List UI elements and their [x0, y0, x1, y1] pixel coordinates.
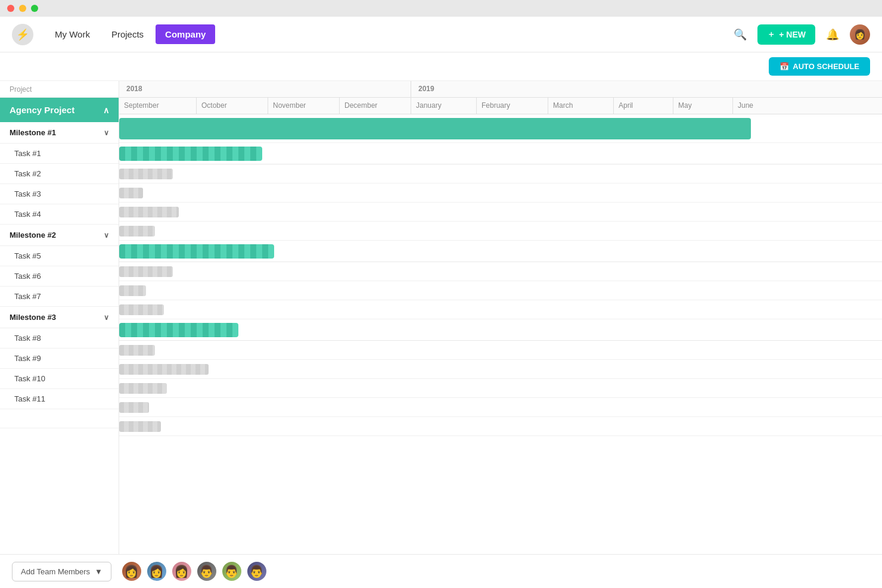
month-may: May: [673, 98, 733, 114]
task-6-gantt-row: [119, 281, 882, 300]
task-10-row[interactable]: Task #10: [0, 369, 119, 389]
top-nav: ⚡ My Work Projects Company 🔍 ＋ + NEW 🔔 👩: [0, 17, 882, 52]
task-2-bar[interactable]: [119, 188, 143, 198]
task-9-bar[interactable]: [119, 364, 209, 375]
milestone-1-bar[interactable]: [119, 147, 262, 161]
project-chevron-icon: ∧: [103, 105, 109, 115]
month-mar: March: [548, 98, 614, 114]
milestone-1-gantt-row: [119, 143, 882, 164]
app-logo: ⚡: [12, 24, 33, 45]
year-2019: 2019: [411, 81, 882, 97]
task-8-row[interactable]: Task #8: [0, 328, 119, 349]
milestone-3-bar[interactable]: [119, 323, 238, 337]
window-chrome: [0, 0, 882, 17]
year-2018: 2018: [119, 81, 411, 97]
team-member-2-avatar[interactable]: 👩: [146, 561, 167, 582]
add-team-button[interactable]: Add Team Members ▼: [12, 562, 111, 581]
task-7-gantt-row: [119, 300, 882, 319]
auto-schedule-button[interactable]: 📅 AUTO SCHEDULE: [769, 57, 870, 76]
task-1-gantt-row: [119, 164, 882, 183]
notifications-button[interactable]: 🔔: [822, 24, 843, 45]
nav-company[interactable]: Company: [156, 24, 215, 44]
month-apr: April: [614, 98, 673, 114]
nav-links: My Work Projects Company: [45, 24, 730, 44]
milestone-3-label: Milestone #3: [10, 313, 56, 322]
task-3-bar[interactable]: [119, 207, 179, 217]
milestone-3-chevron-icon: ∨: [104, 313, 109, 322]
task-10-bar[interactable]: [119, 383, 167, 394]
close-dot[interactable]: [7, 5, 14, 12]
milestone-1-chevron-icon: ∨: [104, 129, 109, 137]
milestone-2-bar[interactable]: [119, 244, 274, 259]
task-4-bar[interactable]: [119, 226, 155, 237]
task-7-bar[interactable]: [119, 304, 164, 315]
task-4-gantt-row: [119, 222, 882, 241]
plus-icon: ＋: [767, 29, 775, 40]
project-name: Agency Project: [10, 105, 74, 115]
task-4-row[interactable]: Task #4: [0, 204, 119, 225]
add-team-label: Add Team Members: [21, 567, 90, 576]
auto-schedule-bar: 📅 AUTO SCHEDULE: [0, 52, 882, 81]
task-3-row[interactable]: Task #3: [0, 184, 119, 204]
month-sep: September: [119, 98, 197, 114]
nav-projects[interactable]: Projects: [102, 24, 153, 44]
task-11-row[interactable]: Task #11: [0, 389, 119, 409]
team-member-6-avatar[interactable]: 👨: [246, 561, 268, 582]
new-button[interactable]: ＋ + NEW: [757, 24, 815, 45]
task-6-bar[interactable]: [119, 285, 146, 296]
milestone-1-label: Milestone #1: [10, 128, 56, 137]
task-2-gantt-row: [119, 183, 882, 203]
project-column-header: Project: [0, 81, 119, 98]
task-5-gantt-row: [119, 262, 882, 281]
search-button[interactable]: 🔍: [730, 24, 750, 45]
extra-bar: [119, 421, 161, 432]
project-bar[interactable]: [119, 118, 751, 139]
task-1-bar[interactable]: [119, 169, 173, 179]
task-8-gantt-row: [119, 341, 882, 360]
month-feb: February: [477, 98, 548, 114]
app-container: ⚡ My Work Projects Company 🔍 ＋ + NEW 🔔 👩…: [0, 17, 882, 588]
team-member-1-avatar[interactable]: 👩: [121, 561, 142, 582]
gantt-area[interactable]: 2018 2019 September October November Dec…: [119, 81, 882, 554]
month-jun: June: [733, 98, 781, 114]
extra-gantt-row: [119, 417, 882, 436]
task-11-bar[interactable]: [119, 402, 149, 413]
team-member-3-avatar[interactable]: 👩: [171, 561, 192, 582]
gantt-year-headers: 2018 2019: [119, 81, 882, 98]
month-nov: November: [268, 98, 340, 114]
task-5-bar[interactable]: [119, 266, 173, 277]
gantt-content: 2018 2019 September October November Dec…: [119, 81, 882, 436]
nav-my-work[interactable]: My Work: [45, 24, 100, 44]
agency-project-header[interactable]: Agency Project ∧: [0, 98, 119, 122]
month-dec: December: [340, 98, 411, 114]
team-member-5-avatar[interactable]: 👨: [221, 561, 243, 582]
project-label-text: Project: [10, 85, 32, 94]
task-3-gantt-row: [119, 203, 882, 222]
task-1-row[interactable]: Task #1: [0, 144, 119, 164]
minimize-dot[interactable]: [19, 5, 26, 12]
task-6-row[interactable]: Task #6: [0, 266, 119, 287]
main-content: Project Agency Project ∧ Milestone #1 ∨ …: [0, 81, 882, 554]
milestone-2-row[interactable]: Milestone #2 ∨: [0, 225, 119, 246]
task-9-row[interactable]: Task #9: [0, 349, 119, 369]
milestone-3-row[interactable]: Milestone #3 ∨: [0, 307, 119, 328]
task-8-bar[interactable]: [119, 345, 155, 356]
milestone-1-row[interactable]: Milestone #1 ∨: [0, 122, 119, 144]
extra-task-row: [0, 409, 119, 428]
maximize-dot[interactable]: [31, 5, 38, 12]
team-member-4-avatar[interactable]: 👨: [196, 561, 218, 582]
task-2-row[interactable]: Task #2: [0, 164, 119, 184]
task-7-row[interactable]: Task #7: [0, 287, 119, 307]
task-10-gantt-row: [119, 379, 882, 398]
milestone-2-chevron-icon: ∨: [104, 231, 109, 239]
milestone-2-gantt-row: [119, 241, 882, 262]
new-label: + NEW: [779, 30, 806, 39]
month-oct: October: [197, 98, 268, 114]
task-5-row[interactable]: Task #5: [0, 246, 119, 266]
user-avatar[interactable]: 👩: [850, 24, 870, 45]
nav-right: 🔍 ＋ + NEW 🔔 👩: [730, 24, 870, 45]
sidebar: Project Agency Project ∧ Milestone #1 ∨ …: [0, 81, 119, 554]
task-11-gantt-row: [119, 398, 882, 417]
gantt-month-headers: September October November December Janu…: [119, 98, 882, 114]
project-gantt-row: [119, 114, 882, 143]
